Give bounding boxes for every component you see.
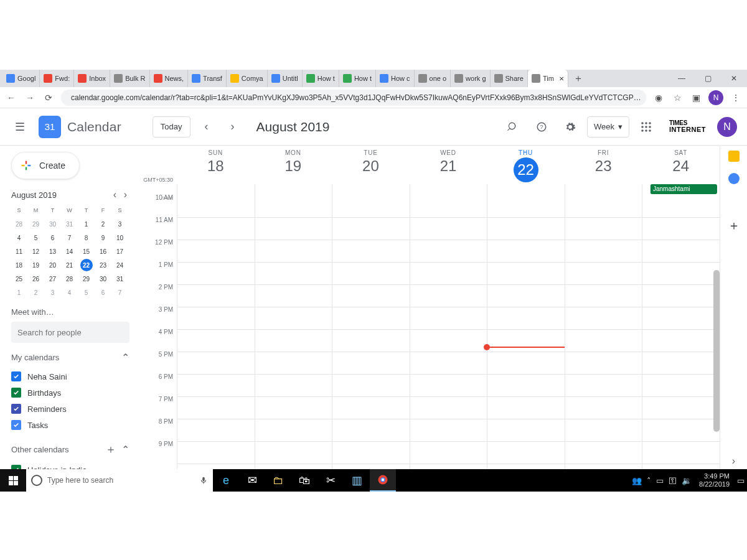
day-header[interactable]: WED21	[410, 146, 487, 184]
tray-chevron-icon[interactable]: ˄	[647, 476, 651, 485]
grid-body[interactable]	[177, 195, 720, 469]
mini-day-cell[interactable]: 2	[97, 218, 110, 230]
tasks-icon[interactable]	[728, 173, 740, 184]
search-people-input[interactable]	[11, 322, 129, 343]
mini-day-cell[interactable]: 11	[13, 245, 26, 258]
day-header[interactable]: SAT24	[642, 146, 720, 184]
mini-day-cell[interactable]: 22	[80, 259, 93, 271]
browser-tab[interactable]: Tim✕	[528, 70, 568, 87]
mini-day-cell[interactable]: 13	[47, 245, 59, 258]
browser-url-field[interactable]: calendar.google.com/calendar/r?tab=rc&pl…	[61, 90, 646, 106]
mini-day-cell[interactable]: 26	[30, 273, 42, 285]
account-avatar[interactable]: N	[717, 117, 737, 137]
mini-day-cell[interactable]: 3	[114, 218, 126, 230]
tray-notifications-icon[interactable]: ▭	[737, 476, 745, 485]
mini-day-cell[interactable]: 29	[80, 273, 93, 285]
browser-tab[interactable]: Transf	[188, 70, 227, 87]
mini-day-cell[interactable]: 5	[30, 231, 42, 244]
browser-tab[interactable]: Googl	[2, 70, 40, 87]
taskbar-mail-icon[interactable]: ✉	[239, 469, 265, 492]
browser-tab[interactable]: Bulk R	[110, 70, 149, 87]
calendar-checkbox[interactable]	[11, 388, 21, 398]
side-panel-toggle[interactable]: ›	[732, 455, 735, 467]
mini-day-cell[interactable]: 10	[114, 231, 126, 244]
start-button[interactable]	[0, 469, 26, 492]
new-tab-button[interactable]: ＋	[568, 70, 588, 87]
mini-day-cell[interactable]: 21	[63, 259, 76, 271]
tab-close-icon[interactable]: ✕	[559, 75, 564, 82]
window-minimize-button[interactable]: —	[669, 70, 695, 87]
create-button[interactable]: Create	[11, 152, 80, 179]
settings-gear-icon[interactable]	[558, 115, 582, 139]
calendar-checkbox[interactable]	[11, 420, 21, 430]
browser-tab[interactable]: How t	[339, 70, 376, 87]
taskbar-snip-icon[interactable]: ✂	[317, 469, 344, 492]
mini-day-cell[interactable]: 12	[30, 245, 42, 258]
browser-extension-icon[interactable]: ▣	[690, 91, 702, 104]
browser-reload-button[interactable]: ⟳	[42, 91, 55, 104]
browser-tab[interactable]: Untitl	[268, 70, 303, 87]
mini-day-cell[interactable]: 25	[13, 273, 26, 285]
mini-day-cell[interactable]: 4	[63, 286, 76, 299]
mini-day-cell[interactable]: 23	[97, 259, 110, 271]
day-header[interactable]: TUE20	[332, 146, 410, 184]
mini-day-cell[interactable]: 4	[13, 231, 26, 244]
taskbar-edge-icon[interactable]: e	[213, 469, 239, 492]
mini-day-cell[interactable]: 20	[47, 259, 59, 271]
mini-day-cell[interactable]: 9	[97, 231, 110, 244]
browser-tab[interactable]: Share	[491, 70, 528, 87]
mini-day-cell[interactable]: 16	[97, 245, 110, 258]
help-icon[interactable]: ?	[530, 115, 553, 139]
mini-day-cell[interactable]: 7	[114, 286, 126, 299]
mini-day-cell[interactable]: 29	[30, 218, 42, 230]
mini-day-cell[interactable]: 15	[80, 245, 93, 258]
google-apps-icon[interactable]	[634, 115, 658, 139]
next-period-button[interactable]: ›	[223, 117, 243, 137]
mini-day-cell[interactable]: 28	[13, 218, 26, 230]
taskbar-notepad-icon[interactable]: ▥	[344, 469, 370, 492]
calendar-checkbox[interactable]	[11, 371, 21, 381]
calendar-checkbox[interactable]	[11, 465, 21, 469]
mini-day-cell[interactable]: 6	[47, 231, 59, 244]
window-close-button[interactable]: ✕	[721, 70, 747, 87]
mini-next-month-button[interactable]: ›	[121, 189, 129, 200]
browser-tab[interactable]: work g	[451, 70, 490, 87]
keep-icon[interactable]	[728, 151, 740, 162]
allday-event[interactable]: Janmashtami	[650, 184, 717, 194]
addons-plus-button[interactable]: ＋	[728, 219, 740, 231]
mini-day-cell[interactable]: 17	[114, 245, 126, 258]
tray-people-icon[interactable]: 👥	[632, 476, 642, 485]
main-menu-button[interactable]: ☰	[7, 114, 32, 139]
window-maximize-button[interactable]: ▢	[695, 70, 721, 87]
tray-clock[interactable]: 3:49 PM 8/22/2019	[697, 472, 732, 488]
search-icon[interactable]	[501, 115, 525, 139]
browser-profile-avatar[interactable]: N	[708, 90, 723, 105]
mini-day-cell[interactable]: 31	[114, 273, 126, 285]
day-header[interactable]: MON19	[255, 146, 332, 184]
browser-back-button[interactable]: ←	[5, 91, 17, 104]
browser-tab[interactable]: How c	[376, 70, 415, 87]
taskbar-store-icon[interactable]: 🛍	[291, 469, 317, 492]
my-calendars-collapse-button[interactable]: ⌃	[121, 352, 129, 363]
browser-tab[interactable]: one o	[415, 70, 451, 87]
mini-day-cell[interactable]: 5	[80, 286, 93, 299]
browser-tab[interactable]: How t	[303, 70, 339, 87]
day-header[interactable]: SUN18	[177, 146, 255, 184]
mini-day-cell[interactable]: 1	[13, 286, 26, 299]
mini-day-cell[interactable]: 30	[97, 273, 110, 285]
browser-tab[interactable]: Fwd:	[40, 70, 74, 87]
browser-eye-icon[interactable]: ◉	[652, 91, 665, 104]
mini-day-cell[interactable]: 14	[63, 245, 76, 258]
browser-tab[interactable]: Comya	[227, 70, 268, 87]
mini-day-cell[interactable]: 2	[30, 286, 42, 299]
mic-icon[interactable]	[199, 476, 208, 485]
mini-day-cell[interactable]: 30	[47, 218, 59, 230]
taskbar-chrome-icon[interactable]	[370, 469, 396, 492]
calendar-list-item[interactable]: Tasks	[11, 417, 129, 433]
mini-prev-month-button[interactable]: ‹	[111, 189, 119, 200]
mini-day-cell[interactable]: 31	[63, 218, 76, 230]
calendar-list-item[interactable]: Neha Saini	[11, 368, 129, 385]
scrollbar[interactable]	[713, 270, 720, 432]
browser-menu-icon[interactable]: ⋮	[730, 91, 742, 104]
add-other-calendar-button[interactable]: ＋	[105, 443, 116, 455]
